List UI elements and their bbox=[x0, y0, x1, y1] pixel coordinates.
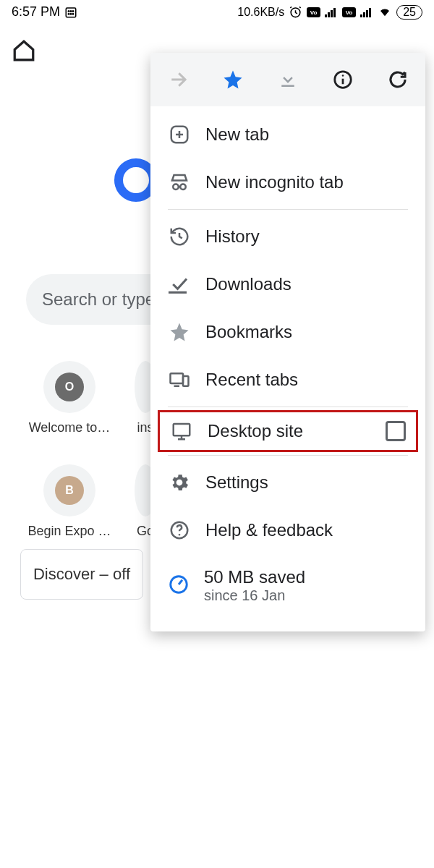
svg-rect-33 bbox=[183, 376, 189, 386]
menu-label: Help & feedback bbox=[205, 520, 333, 540]
svg-rect-11 bbox=[328, 12, 330, 17]
menu-new-tab[interactable]: New tab bbox=[150, 111, 425, 158]
menu-bookmarks[interactable]: Bookmarks bbox=[150, 308, 425, 356]
status-net-speed: 10.6KB/s bbox=[237, 6, 284, 19]
gauge-icon bbox=[168, 574, 190, 595]
status-time: 6:57 PM bbox=[12, 4, 60, 20]
data-saved-amount: 50 MB saved bbox=[204, 567, 305, 587]
svg-rect-20 bbox=[281, 85, 294, 88]
svg-point-28 bbox=[180, 184, 186, 190]
divider bbox=[168, 407, 408, 407]
menu-label: Bookmarks bbox=[205, 322, 292, 342]
desktop-icon bbox=[171, 420, 192, 442]
svg-rect-19 bbox=[369, 8, 371, 17]
menu-downloads[interactable]: Downloads bbox=[150, 260, 425, 308]
menu-history[interactable]: History bbox=[150, 213, 425, 260]
shortcut-tile[interactable]: B Begin Expo … bbox=[26, 464, 113, 539]
data-saved-since: since 16 Jan bbox=[204, 587, 305, 604]
devices-icon bbox=[169, 369, 190, 391]
svg-point-1 bbox=[68, 10, 69, 12]
menu-label: History bbox=[205, 226, 260, 247]
shortcut-tile[interactable]: O Welcome to… bbox=[26, 361, 113, 435]
alarm-icon bbox=[289, 5, 302, 19]
tile-letter: B bbox=[55, 476, 84, 505]
svg-point-38 bbox=[179, 534, 181, 536]
svg-point-3 bbox=[72, 10, 74, 12]
svg-rect-13 bbox=[333, 8, 336, 17]
menu-top-row bbox=[150, 53, 425, 106]
signal-icon bbox=[325, 7, 338, 17]
svg-point-23 bbox=[342, 75, 344, 77]
refresh-icon[interactable] bbox=[387, 69, 409, 90]
svg-text:Vo: Vo bbox=[310, 9, 318, 16]
menu-label: Recent tabs bbox=[205, 370, 298, 390]
svg-point-27 bbox=[173, 184, 179, 190]
tile-label: Welcome to… bbox=[29, 420, 111, 435]
home-button[interactable] bbox=[12, 38, 36, 66]
menu-help[interactable]: Help & feedback bbox=[150, 506, 425, 554]
download-icon[interactable] bbox=[277, 69, 299, 90]
desktop-site-checkbox[interactable] bbox=[386, 421, 406, 441]
gear-icon bbox=[169, 472, 190, 493]
svg-point-4 bbox=[68, 13, 69, 14]
overflow-menu: New tab New incognito tab History Downlo… bbox=[150, 53, 425, 631]
menu-label: Settings bbox=[205, 472, 268, 493]
svg-point-5 bbox=[70, 13, 72, 14]
divider bbox=[168, 209, 408, 210]
tile-label: Begin Expo … bbox=[27, 524, 111, 539]
wifi-icon bbox=[378, 7, 392, 18]
svg-rect-10 bbox=[325, 14, 327, 17]
svg-rect-31 bbox=[171, 373, 184, 383]
svg-rect-34 bbox=[174, 424, 190, 435]
check-underline-icon bbox=[169, 273, 190, 295]
svg-rect-12 bbox=[331, 10, 333, 17]
svg-point-2 bbox=[70, 10, 72, 12]
menu-recent-tabs[interactable]: Recent tabs bbox=[150, 356, 425, 404]
svg-text:Vo: Vo bbox=[346, 9, 353, 16]
history-icon bbox=[169, 226, 190, 247]
star-icon[interactable] bbox=[222, 69, 244, 90]
calendar-icon bbox=[64, 6, 77, 19]
menu-label: New tab bbox=[205, 124, 269, 145]
incognito-icon bbox=[169, 171, 190, 193]
tile-letter: O bbox=[55, 373, 84, 401]
status-bar: 6:57 PM 10.6KB/s Vo Vo 25 bbox=[0, 0, 434, 21]
svg-rect-17 bbox=[363, 12, 365, 17]
divider bbox=[168, 455, 408, 456]
menu-label: New incognito tab bbox=[205, 172, 344, 192]
menu-incognito[interactable]: New incognito tab bbox=[150, 158, 425, 206]
status-battery: 25 bbox=[396, 5, 422, 20]
menu-data-saved[interactable]: 50 MB saved since 16 Jan bbox=[150, 554, 425, 617]
volte-icon: Vo bbox=[342, 7, 356, 17]
volte-icon: Vo bbox=[307, 7, 320, 17]
menu-label: Downloads bbox=[205, 274, 292, 294]
home-icon bbox=[12, 38, 36, 63]
discover-toggle[interactable]: Discover – off bbox=[20, 549, 143, 600]
svg-rect-18 bbox=[366, 10, 368, 17]
info-icon[interactable] bbox=[332, 69, 354, 90]
menu-desktop-site[interactable]: Desktop site bbox=[158, 410, 418, 452]
plus-box-icon bbox=[169, 124, 190, 145]
forward-icon[interactable] bbox=[167, 69, 189, 90]
svg-point-6 bbox=[72, 13, 74, 14]
svg-rect-0 bbox=[66, 8, 76, 17]
help-icon bbox=[169, 519, 190, 541]
menu-settings[interactable]: Settings bbox=[150, 459, 425, 506]
star-icon bbox=[169, 321, 190, 343]
menu-label: Desktop site bbox=[208, 421, 303, 441]
svg-rect-16 bbox=[360, 14, 362, 17]
signal-icon bbox=[360, 7, 373, 17]
